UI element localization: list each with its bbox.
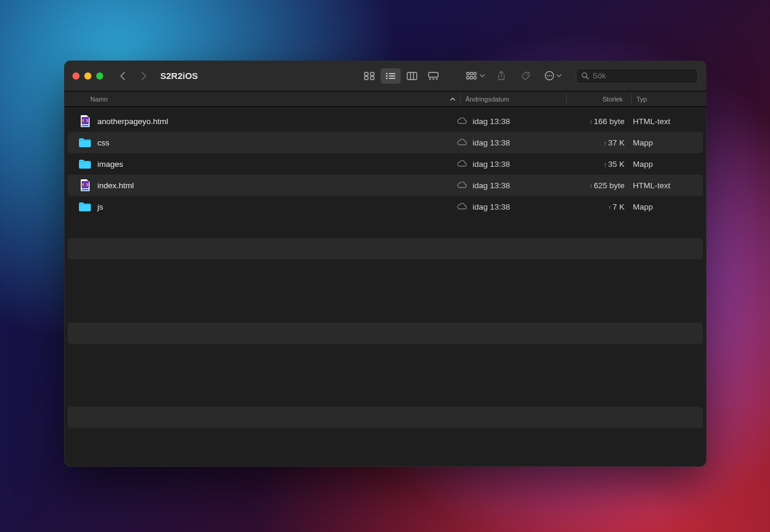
column-header-kind[interactable]: Typ <box>636 96 706 103</box>
list-icon <box>385 72 396 80</box>
upload-arrow-icon: ↑ <box>604 161 607 168</box>
html-file-icon <box>78 179 91 192</box>
file-name: js <box>97 202 457 211</box>
back-button[interactable] <box>114 68 131 84</box>
file-date: idag 13:38 <box>473 138 573 147</box>
traffic-lights <box>72 72 103 80</box>
cloud-status-icon <box>457 117 471 126</box>
svg-rect-22 <box>474 77 476 79</box>
cloud-status-icon <box>457 160 471 169</box>
svg-line-29 <box>587 77 588 79</box>
sort-ascending-icon <box>450 96 455 103</box>
window-title: S2R2iOS <box>160 71 198 81</box>
column-header-kind-label: Typ <box>636 96 647 103</box>
list-view-button[interactable] <box>381 68 401 84</box>
svg-rect-31 <box>81 125 88 126</box>
svg-rect-33 <box>81 189 88 191</box>
tags-button[interactable] <box>516 68 536 84</box>
svg-rect-15 <box>433 78 435 80</box>
file-size: ↑7 K <box>573 202 633 211</box>
html-file-icon <box>78 115 91 128</box>
svg-point-6 <box>386 75 387 76</box>
cloud-icon <box>457 118 467 124</box>
column-header-name-label: Namn <box>90 96 107 103</box>
svg-rect-3 <box>370 77 374 80</box>
cloud-status-icon <box>457 202 471 211</box>
svg-rect-19 <box>474 72 476 75</box>
cloud-status-icon <box>457 138 471 147</box>
column-header-size[interactable]: Storlek <box>572 96 631 103</box>
file-name: anotherpageyo.html <box>97 117 457 126</box>
forward-button[interactable] <box>135 68 152 84</box>
gallery-icon <box>428 72 439 80</box>
close-window-button[interactable] <box>72 72 80 80</box>
file-kind: HTML-text <box>633 117 703 126</box>
column-header-date-label: Ändringsdatum <box>465 96 509 103</box>
titlebar: S2R2iOS <box>64 61 706 91</box>
file-row[interactable]: js idag 13:38 ↑7 K Mapp <box>68 196 703 217</box>
chevron-left-icon <box>119 71 126 81</box>
svg-rect-10 <box>407 72 417 80</box>
file-kind: Mapp <box>633 202 703 211</box>
svg-point-27 <box>551 75 552 76</box>
cloud-icon <box>457 139 467 145</box>
ellipsis-circle-icon <box>544 71 554 81</box>
column-header-row: Namn Ändringsdatum Storlek Typ <box>64 91 706 107</box>
html-file-icon <box>80 179 90 192</box>
empty-row <box>68 238 703 259</box>
folder-icon <box>78 201 91 212</box>
search-icon <box>581 72 589 80</box>
chevron-down-icon <box>480 73 485 78</box>
empty-row <box>68 449 703 467</box>
empty-row <box>68 280 703 302</box>
svg-point-26 <box>549 75 550 76</box>
column-view-button[interactable] <box>402 68 422 84</box>
gallery-view-button[interactable] <box>423 68 443 84</box>
search-field[interactable] <box>576 68 698 84</box>
svg-rect-21 <box>470 77 473 79</box>
file-row[interactable]: images idag 13:38 ↑35 K Mapp <box>68 153 703 175</box>
svg-point-25 <box>547 75 548 76</box>
cloud-icon <box>457 203 467 210</box>
column-header-date[interactable]: Ändringsdatum <box>465 96 566 103</box>
column-header-name[interactable]: Namn <box>90 96 460 103</box>
file-size: ↑35 K <box>573 160 633 169</box>
empty-row <box>68 322 703 344</box>
share-button[interactable] <box>491 68 511 84</box>
chevron-down-icon <box>556 73 562 78</box>
file-kind: Mapp <box>633 160 703 169</box>
svg-rect-7 <box>389 75 395 77</box>
svg-point-23 <box>527 74 528 75</box>
file-name: images <box>97 160 457 169</box>
cloud-status-icon <box>457 181 471 190</box>
cloud-icon <box>457 182 467 188</box>
finder-window: S2R2iOS <box>64 61 706 467</box>
action-menu-button[interactable] <box>541 68 563 84</box>
search-input[interactable] <box>592 71 693 80</box>
file-row[interactable]: index.html idag 13:38 ↑625 byte HTML-tex… <box>68 175 703 196</box>
folder-icon <box>78 157 91 170</box>
file-kind: HTML-text <box>633 181 703 190</box>
svg-rect-5 <box>389 73 395 74</box>
icon-view-button[interactable] <box>359 68 379 84</box>
svg-rect-18 <box>470 72 473 75</box>
file-kind: Mapp <box>633 138 703 147</box>
file-date: idag 13:38 <box>473 202 573 211</box>
file-date: idag 13:38 <box>473 181 573 190</box>
file-size: ↑625 byte <box>573 181 633 190</box>
file-row[interactable]: anotherpageyo.html idag 13:38 ↑166 byte … <box>68 110 703 132</box>
svg-rect-13 <box>429 72 438 77</box>
file-date: idag 13:38 <box>473 117 573 126</box>
file-row[interactable]: css idag 13:38 ↑37 K Mapp <box>68 132 703 153</box>
svg-rect-0 <box>365 72 368 75</box>
folder-icon <box>78 200 91 213</box>
folder-icon <box>78 137 91 148</box>
upload-arrow-icon: ↑ <box>604 140 607 147</box>
empty-row <box>68 407 703 428</box>
group-by-button[interactable] <box>462 68 486 84</box>
minimize-window-button[interactable] <box>84 72 91 80</box>
share-icon <box>497 71 506 81</box>
chevron-right-icon <box>141 71 147 81</box>
svg-point-4 <box>386 72 387 74</box>
zoom-window-button[interactable] <box>96 72 103 80</box>
